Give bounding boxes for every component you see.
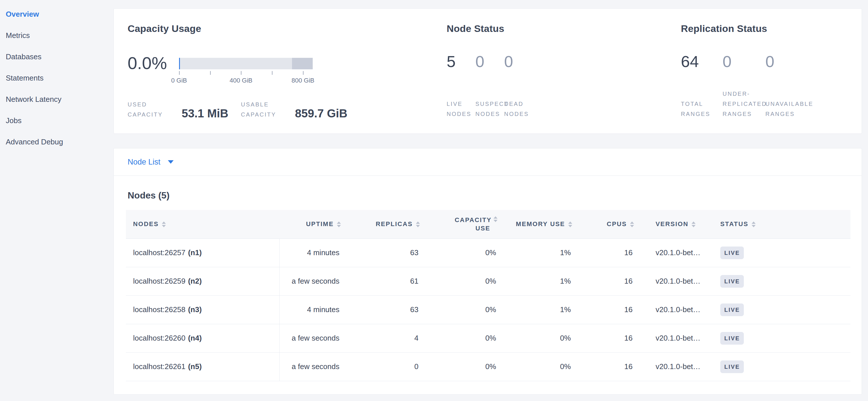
dead-nodes-label: DEAD NODES <box>504 99 533 119</box>
memory-use-cell: 0% <box>498 352 572 381</box>
status-badge: LIVE <box>720 275 744 288</box>
usable-capacity-value: 859.7 GiB <box>295 108 347 119</box>
replicas-cell: 63 <box>341 238 420 267</box>
cpus-cell: 16 <box>572 295 634 324</box>
cpus-cell: 16 <box>572 267 634 295</box>
column-header-cpus[interactable]: CPUS <box>572 210 634 238</box>
sidebar-item-statements[interactable]: Statements <box>0 67 114 89</box>
cpus-cell: 16 <box>572 324 634 352</box>
memory-use-cell: 0% <box>498 324 572 352</box>
node-status-values: 5 0 0 <box>447 54 533 69</box>
sort-icon <box>630 221 634 227</box>
sidebar-item-overview[interactable]: Overview <box>0 3 114 25</box>
status-cell: LIVE <box>720 267 850 295</box>
sort-icon <box>494 216 498 222</box>
nodes-table-title: Nodes (5) <box>128 190 862 201</box>
node-id: (n4) <box>188 334 202 342</box>
node-id: (n3) <box>188 305 202 314</box>
version-cell: v20.1.0-bet… <box>634 352 720 381</box>
column-header-memory-use[interactable]: MEMORY USE <box>498 210 572 238</box>
node-address-cell[interactable]: localhost:26260(n4) <box>126 324 279 352</box>
capacity-gauge: 0 GiB 400 GiB 800 GiB <box>179 58 313 87</box>
dead-nodes-value: 0 <box>504 52 513 70</box>
version-cell: v20.1.0-bet… <box>634 238 720 267</box>
node-list-dropdown[interactable]: Node List <box>114 148 862 176</box>
node-list-dropdown-label: Node List <box>128 157 160 167</box>
uptime-cell: a few seconds <box>279 267 341 295</box>
table-row: localhost:26261(n5) a few seconds 0 0% 0… <box>126 352 850 381</box>
sort-icon <box>691 221 695 227</box>
sidebar-item-metrics[interactable]: Metrics <box>0 25 114 46</box>
capacity-percent-value: 0.0% <box>128 55 167 72</box>
capacity-gauge-used-marker <box>179 58 180 69</box>
capacity-usage-section: Capacity Usage 0.0% 0 GiB 400 GiB 800 Gi… <box>128 9 352 134</box>
sidebar-item-network-latency[interactable]: Network Latency <box>0 89 114 110</box>
node-address-cell[interactable]: localhost:26258(n3) <box>126 295 279 324</box>
axis-tick-label: 400 GiB <box>230 77 253 84</box>
status-cell: LIVE <box>720 295 850 324</box>
axis-tick-label: 0 GiB <box>171 77 187 84</box>
sort-icon <box>162 221 166 227</box>
table-row: localhost:26259(n2) a few seconds 61 0% … <box>126 267 850 295</box>
column-header-uptime[interactable]: UPTIME <box>279 210 341 238</box>
uptime-cell: a few seconds <box>279 352 341 381</box>
total-ranges-value: 64 <box>681 52 699 70</box>
node-id: (n5) <box>188 362 202 371</box>
node-list-card: Node List Nodes (5) NODES <box>114 148 862 395</box>
memory-use-cell: 1% <box>498 295 572 324</box>
status-badge: LIVE <box>720 304 744 316</box>
capacity-gauge-track <box>179 58 313 69</box>
used-capacity-label: USED CAPACITY <box>128 99 171 120</box>
total-ranges-label: TOTAL RANGES <box>681 99 722 119</box>
node-id: (n1) <box>188 248 202 257</box>
nodes-table: NODES UPTIME REPLICAS <box>126 210 850 381</box>
status-cell: LIVE <box>720 324 850 352</box>
sort-icon <box>568 221 572 227</box>
version-cell: v20.1.0-bet… <box>634 267 720 295</box>
live-nodes-label: LIVE NODES <box>447 99 475 119</box>
replication-status-title: Replication Status <box>681 23 767 34</box>
capacity-gauge-ticks <box>179 71 313 75</box>
sort-icon <box>416 221 420 227</box>
under-replicated-ranges-value: 0 <box>722 52 732 70</box>
cpus-cell: 16 <box>572 352 634 381</box>
sidebar-item-databases[interactable]: Databases <box>0 46 114 67</box>
chevron-down-icon <box>168 160 174 164</box>
memory-use-cell: 1% <box>498 267 572 295</box>
unavailable-ranges-label: UNAVAILABLE RANGES <box>765 99 834 119</box>
status-cell: LIVE <box>720 352 850 381</box>
table-row: localhost:26258(n3) 4 minutes 63 0% 1% 1… <box>126 295 850 324</box>
sidebar-item-jobs[interactable]: Jobs <box>0 110 114 131</box>
replicas-cell: 61 <box>341 267 420 295</box>
cockroachdb-admin-overview-page: Overview Metrics Databases Statements Ne… <box>0 0 868 401</box>
sidebar-item-advanced-debug[interactable]: Advanced Debug <box>0 131 114 152</box>
capacity-use-cell: 0% <box>420 295 498 324</box>
table-row: localhost:26260(n4) a few seconds 4 0% 0… <box>126 324 850 352</box>
node-address-cell[interactable]: localhost:26259(n2) <box>126 267 279 295</box>
replication-status-labels: TOTAL RANGES UNDER-REPLICATED RANGES UNA… <box>681 89 834 119</box>
node-status-labels: LIVE NODES SUSPECT NODES DEAD NODES <box>447 99 533 119</box>
uptime-cell: a few seconds <box>279 324 341 352</box>
replicas-cell: 63 <box>341 295 420 324</box>
column-header-nodes[interactable]: NODES <box>126 210 279 238</box>
live-nodes-value: 5 <box>447 52 456 70</box>
suspect-nodes-label: SUSPECT NODES <box>475 99 504 119</box>
node-status-section: Node Status 5 0 0 LIVE NODES SUSPECT NOD… <box>447 9 654 134</box>
status-badge: LIVE <box>720 247 744 259</box>
column-header-status[interactable]: STATUS <box>720 210 850 238</box>
memory-use-cell: 1% <box>498 238 572 267</box>
capacity-stats: USED CAPACITY 53.1 MiB USABLE CAPACITY 8… <box>128 99 347 120</box>
node-address-cell[interactable]: localhost:26257(n1) <box>126 238 279 267</box>
capacity-use-cell: 0% <box>420 324 498 352</box>
column-header-capacity-use[interactable]: CAPACITY USE <box>420 210 498 238</box>
capacity-use-cell: 0% <box>420 267 498 295</box>
sort-icon <box>337 221 341 227</box>
column-header-version[interactable]: VERSION <box>634 210 720 238</box>
replicas-cell: 0 <box>341 352 420 381</box>
replication-status-values: 64 0 0 <box>681 54 774 69</box>
suspect-nodes-value: 0 <box>475 52 484 70</box>
usable-capacity-stat: USABLE CAPACITY 859.7 GiB <box>241 99 347 120</box>
table-row: localhost:26257(n1) 4 minutes 63 0% 1% 1… <box>126 238 850 267</box>
node-address-cell[interactable]: localhost:26261(n5) <box>126 352 279 381</box>
column-header-replicas[interactable]: REPLICAS <box>341 210 420 238</box>
